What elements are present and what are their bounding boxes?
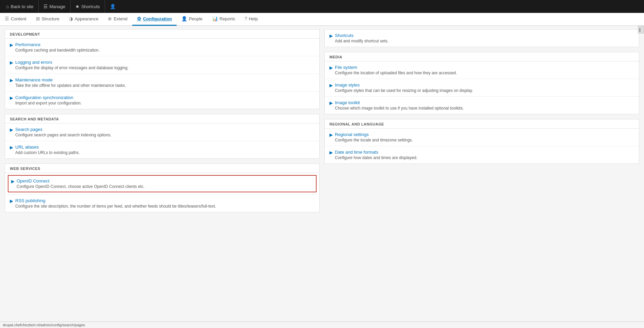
secondary-nav: ☰ Content ⊞ Structure ◑ Appearance ⊕ Ext… [0,13,644,26]
config-sync-content: Configuration synchronization Import and… [15,95,315,105]
development-title: DEVELOPMENT [5,30,319,39]
file-system-item: ▶ File system Configure the location of … [325,61,639,79]
search-pages-item: ▶ Search pages Configure search pages an… [5,123,319,141]
nav-appearance-label: Appearance [75,16,98,21]
regional-settings-item: ▶ Regional settings Configure the locale… [325,129,639,146]
regional-settings-link[interactable]: Regional settings [335,132,369,137]
help-icon: ? [244,16,247,21]
nav-reports[interactable]: 📊 Reports [207,13,240,26]
content-icon: ☰ [5,16,9,21]
rss-content: RSS publishing Configure the site descri… [15,198,315,209]
nav-people-label: People [189,16,202,21]
back-to-site-label: Back to site [11,4,33,9]
file-system-desc: Configure the location of uploaded files… [335,71,634,75]
star-icon: ★ [75,4,80,9]
shortcuts-toolbar-link[interactable]: ★ Shortcuts [72,0,103,13]
image-toolkit-link[interactable]: Image toolkit [335,100,360,105]
nav-appearance[interactable]: ◑ Appearance [64,13,103,26]
nav-help[interactable]: ? Help [240,13,263,26]
arrow-icon: ▶ [10,95,13,100]
user-toolbar-link[interactable]: 👤 [106,0,119,13]
toolbar-divider-3 [105,0,105,13]
nav-content[interactable]: ☰ Content [0,13,31,26]
web-services-title: WEB SERVICES [5,164,319,173]
nav-help-label: Help [249,16,258,21]
back-to-site-link[interactable]: ⌂ Back to site [3,0,37,13]
arrow-icon: ▶ [329,100,333,105]
rss-link[interactable]: RSS publishing [15,198,45,203]
rss-item: ▶ RSS publishing Configure the site desc… [5,195,319,212]
manage-label: Manage [49,4,65,9]
development-section: DEVELOPMENT ▶ Performance Configure cach… [5,29,320,109]
nav-structure[interactable]: ⊞ Structure [31,13,64,26]
file-system-link[interactable]: File system [335,65,357,70]
arrow-icon: ▶ [10,42,13,47]
maintenance-content: Maintenance mode Take the site offline f… [15,77,315,88]
performance-item: ▶ Performance Configure caching and band… [5,39,319,56]
people-icon: 👤 [181,16,187,21]
shortcuts-section: ▶ Shortcuts Add and modify shortcut sets… [324,29,639,47]
openid-item: ▶ OpenID Connect Configure OpenID Connec… [5,173,319,195]
shortcuts-content: Shortcuts Add and modify shortcut sets. [335,33,634,43]
date-time-link[interactable]: Date and time formats [335,150,378,155]
appearance-icon: ◑ [69,16,73,21]
structure-icon: ⊞ [36,16,40,21]
shortcuts-item: ▶ Shortcuts Add and modify shortcut sets… [325,30,639,47]
nav-structure-label: Structure [42,16,60,21]
image-toolkit-content: Image toolkit Choose which image toolkit… [335,100,634,111]
nav-content-label: Content [11,16,26,21]
maintenance-link[interactable]: Maintenance mode [15,77,53,82]
web-services-section: WEB SERVICES ▶ OpenID Connect Configure … [5,163,320,212]
openid-link[interactable]: OpenID Connect [17,178,49,184]
url-aliases-desc: Add custom URLs to existing paths. [15,150,315,155]
openid-content: OpenID Connect Configure OpenID Connect,… [17,178,313,189]
nav-configuration[interactable]: ⚙ Configuration [132,13,177,26]
regional-settings-desc: Configure the locale and timezone settin… [335,138,634,142]
nav-extend[interactable]: ⊕ Extend [103,13,132,26]
image-toolkit-desc: Choose which image toolkit to use if you… [335,106,634,111]
manage-icon: ☰ [43,4,48,9]
arrow-icon: ▶ [329,65,333,70]
image-toolkit-item: ▶ Image toolkit Choose which image toolk… [325,97,639,114]
url-aliases-link[interactable]: URL aliases [15,144,39,150]
user-icon: 👤 [110,4,116,9]
openid-desc: Configure OpenID Connect, choose active … [17,184,313,189]
manage-link[interactable]: ☰ Manage [40,0,69,13]
config-sync-link[interactable]: Configuration synchronization [15,95,73,100]
media-title: MEDIA [325,52,639,61]
main-content: DEVELOPMENT ▶ Performance Configure cach… [0,26,644,216]
shortcuts-toolbar-label: Shortcuts [81,4,100,9]
nav-people[interactable]: 👤 People [177,13,207,26]
arrow-icon: ▶ [10,198,13,204]
image-styles-link[interactable]: Image styles [335,82,360,88]
media-section: MEDIA ▶ File system Configure the locati… [324,52,639,114]
shortcuts-desc: Add and modify shortcut sets. [335,39,634,43]
search-metadata-title: SEARCH AND METADATA [5,114,319,123]
nav-extend-label: Extend [114,16,127,21]
arrow-icon: ▶ [10,145,13,150]
date-time-desc: Configure how dates and times are displa… [335,155,634,160]
date-time-item: ▶ Date and time formats Configure how da… [325,146,639,163]
config-sync-item: ▶ Configuration synchronization Import a… [5,92,319,109]
search-pages-link[interactable]: Search pages [15,127,42,132]
openid-highlighted-box: ▶ OpenID Connect Configure OpenID Connec… [8,175,317,192]
collapse-button[interactable]: ‖ [638,26,644,34]
nav-configuration-label: Configuration [143,16,172,21]
url-aliases-item: ▶ URL aliases Add custom URLs to existin… [5,141,319,158]
shortcuts-link[interactable]: Shortcuts [335,33,354,38]
arrow-icon: ▶ [10,60,13,65]
toolbar-divider-1 [38,0,39,13]
arrow-icon: ▶ [329,33,333,38]
config-sync-desc: Import and export your configuration. [15,101,315,105]
logging-desc: Configure the display of error messages … [15,65,315,70]
logging-link[interactable]: Logging and errors [15,60,52,65]
search-pages-desc: Configure search pages and search indexi… [15,133,315,137]
left-column: DEVELOPMENT ▶ Performance Configure cach… [5,29,320,212]
search-pages-content: Search pages Configure search pages and … [15,127,315,137]
logging-item: ▶ Logging and errors Configure the displ… [5,56,319,74]
file-system-content: File system Configure the location of up… [335,65,634,75]
performance-link[interactable]: Performance [15,42,40,47]
admin-toolbar: ⌂ Back to site ☰ Manage ★ Shortcuts 👤 [0,0,644,13]
extend-icon: ⊕ [108,16,112,21]
arrow-icon: ▶ [10,78,13,83]
